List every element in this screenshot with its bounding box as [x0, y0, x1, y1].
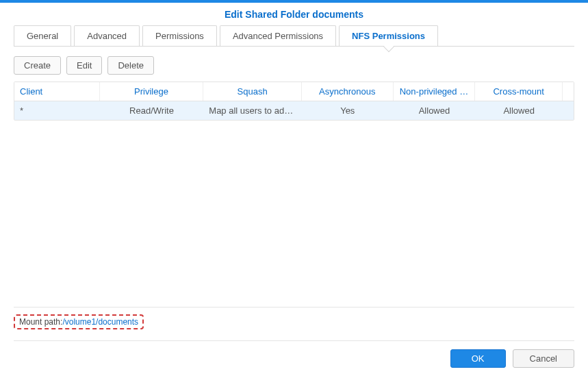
cell-non-privileged: Allowed: [394, 101, 476, 120]
edit-button[interactable]: Edit: [66, 56, 102, 75]
tab-nfs-permissions[interactable]: NFS Permissions: [339, 25, 438, 46]
col-non-privileged[interactable]: Non-privileged …: [394, 82, 476, 101]
create-button[interactable]: Create: [14, 56, 61, 75]
dialog-footer: OK Cancel: [14, 340, 574, 368]
col-squash[interactable]: Squash: [203, 82, 302, 101]
mount-path-row: Mount path:/volume1/documents: [14, 307, 574, 329]
tab-advanced-permissions[interactable]: Advanced Permissions: [220, 25, 336, 46]
tab-permissions[interactable]: Permissions: [142, 25, 217, 46]
col-asynchronous[interactable]: Asynchronous: [302, 82, 394, 101]
tab-bar: General Advanced Permissions Advanced Pe…: [14, 25, 574, 47]
mount-path-highlight: Mount path:/volume1/documents: [14, 314, 144, 329]
toolbar: Create Edit Delete: [14, 56, 574, 75]
cell-privilege: Read/Write: [100, 101, 204, 120]
cell-extra: [563, 101, 574, 120]
col-cross-mount[interactable]: Cross-mount: [475, 82, 563, 101]
mount-path-label: Mount path:: [19, 317, 62, 327]
table-row[interactable]: * Read/Write Map all users to admin Yes …: [14, 101, 574, 120]
dialog-title: Edit Shared Folder documents: [0, 3, 588, 25]
ok-button[interactable]: OK: [450, 349, 506, 368]
mount-path-value: /volume1/documents: [62, 317, 138, 327]
cell-squash: Map all users to admin: [203, 101, 302, 120]
nfs-permissions-table: Client Privilege Squash Asynchronous Non…: [14, 82, 574, 121]
cancel-button[interactable]: Cancel: [513, 349, 574, 368]
delete-button[interactable]: Delete: [107, 56, 154, 75]
tab-advanced[interactable]: Advanced: [74, 25, 140, 46]
cell-cross-mount: Allowed: [475, 101, 563, 120]
cell-asynchronous: Yes: [302, 101, 394, 120]
col-client[interactable]: Client: [14, 82, 100, 101]
tab-general[interactable]: General: [14, 25, 71, 46]
table-header: Client Privilege Squash Asynchronous Non…: [14, 82, 574, 101]
col-privilege[interactable]: Privilege: [100, 82, 204, 101]
col-extra: [563, 82, 574, 101]
cell-client: *: [14, 101, 100, 120]
